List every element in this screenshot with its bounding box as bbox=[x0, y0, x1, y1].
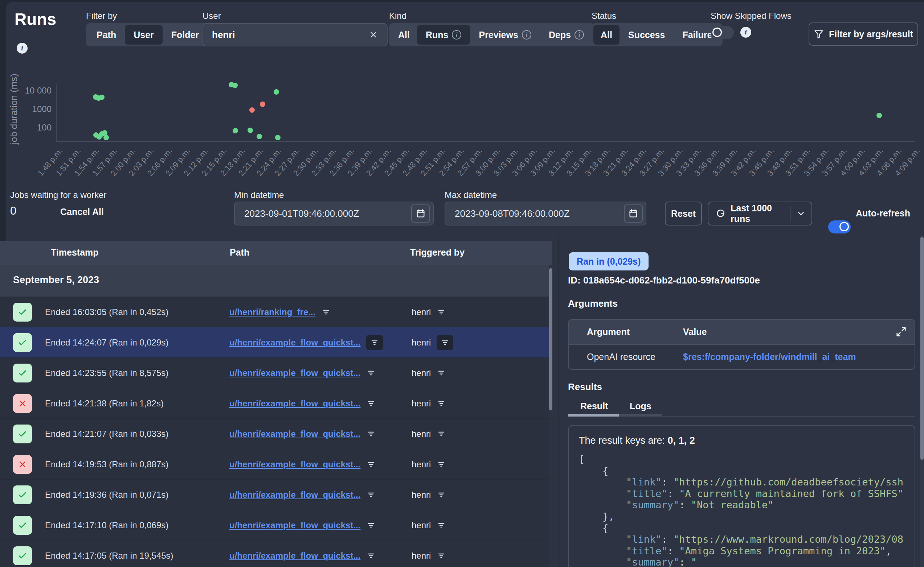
run-timestamp: Ended 14:21:07 (Ran in 0,033s) bbox=[45, 419, 169, 449]
last-runs-chevron-part[interactable] bbox=[790, 209, 811, 218]
result-json-line: { bbox=[579, 522, 915, 534]
status-success-icon bbox=[13, 424, 32, 443]
table-row[interactable]: Ended 14:19:36 (Ran in 0,071s)u/henri/ex… bbox=[0, 480, 549, 510]
tabbar-rule bbox=[662, 416, 915, 417]
run-timestamp: Ended 16:03:05 (Ran in 0,452s) bbox=[45, 297, 169, 327]
result-viewer: The result keys are: 0, 1, 2 [ { "link":… bbox=[568, 425, 915, 567]
run-triggered-cell: henri bbox=[412, 449, 446, 480]
filter-by-user-icon[interactable] bbox=[436, 460, 446, 469]
table-row[interactable]: Ended 14:19:53 (Ran in 0,887s)u/henri/ex… bbox=[0, 449, 549, 480]
table-row[interactable]: Ended 14:17:10 (Ran in 0,069s)u/henri/ex… bbox=[0, 510, 549, 540]
min-datetime-input[interactable]: 2023-09-01T09:46:00.000Z bbox=[234, 202, 434, 225]
filter-by-user-icon[interactable] bbox=[436, 551, 446, 561]
chevron-down-icon bbox=[796, 209, 806, 218]
page-scrollbar[interactable] bbox=[920, 237, 924, 460]
chart-y-tick: 100 bbox=[15, 123, 51, 133]
run-triggered-cell: henri bbox=[412, 480, 446, 510]
run-path-link[interactable]: u/henri/example_flow_quickst... bbox=[229, 368, 360, 378]
filter-by-user-icon[interactable] bbox=[436, 399, 446, 408]
filter-by-path-icon[interactable] bbox=[366, 399, 376, 408]
filter-by-user-icon[interactable] bbox=[436, 490, 446, 500]
jobs-waiting-label: Jobs waiting for a worker bbox=[10, 190, 106, 200]
filter-by-user-icon[interactable] bbox=[436, 429, 446, 439]
arguments-title: Arguments bbox=[568, 298, 618, 309]
run-path-cell: u/henri/example_flow_quickst... bbox=[229, 327, 383, 358]
run-timestamp: Ended 14:19:36 (Ran in 0,071s) bbox=[45, 480, 169, 510]
results-title: Results bbox=[568, 381, 602, 393]
table-scrollbar[interactable] bbox=[549, 268, 552, 410]
data-point-success[interactable] bbox=[233, 128, 238, 134]
ran-in-badge: Ran in (0,029s) bbox=[569, 252, 649, 270]
table-row[interactable]: Ended 14:17:05 (Ran in 19,545s)u/henri/e… bbox=[0, 540, 549, 567]
result-json-line: { bbox=[579, 465, 915, 477]
run-path-link[interactable]: u/henri/example_flow_quickst... bbox=[229, 338, 360, 348]
max-datetime-label: Max datetime bbox=[445, 190, 497, 200]
cancel-all-button[interactable]: Cancel All bbox=[60, 207, 104, 217]
status-failure-icon bbox=[13, 394, 32, 413]
jobs-waiting-count: 0 bbox=[10, 204, 17, 218]
tab-logs[interactable]: Logs bbox=[630, 401, 652, 411]
tab-result[interactable]: Result bbox=[580, 401, 608, 411]
data-point-success[interactable] bbox=[257, 134, 262, 139]
run-path-link[interactable]: u/henri/example_flow_quickst... bbox=[229, 550, 360, 561]
result-json-line: "link": "https://www.markround.com/blog/… bbox=[579, 534, 915, 545]
data-point-success[interactable] bbox=[104, 135, 109, 140]
run-path-link[interactable]: u/henri/example_flow_quickst... bbox=[229, 490, 360, 500]
filter-by-path-icon[interactable] bbox=[366, 335, 383, 350]
min-datetime-calendar-icon[interactable] bbox=[411, 204, 430, 223]
data-point-success[interactable] bbox=[247, 128, 253, 133]
run-path-link[interactable]: u/henri/example_flow_quickst... bbox=[229, 398, 360, 409]
arg-col-argument: Argument bbox=[587, 327, 630, 337]
reset-button[interactable]: Reset bbox=[665, 202, 702, 225]
data-point-failure[interactable] bbox=[249, 107, 255, 113]
last-runs-refresh-part[interactable]: Last 1000 runs bbox=[709, 203, 790, 224]
run-path-link[interactable]: u/henri/example_flow_quickst... bbox=[229, 520, 360, 530]
filter-by-user-icon[interactable] bbox=[436, 308, 446, 317]
filter-by-user-icon[interactable] bbox=[436, 368, 446, 378]
chart-x-axis-line bbox=[56, 141, 915, 142]
filter-by-path-icon[interactable] bbox=[366, 520, 376, 530]
filter-by-path-icon[interactable] bbox=[366, 460, 376, 469]
data-point-success[interactable] bbox=[275, 135, 280, 140]
auto-refresh-toggle[interactable] bbox=[828, 220, 851, 234]
col-triggered-by: Triggered by bbox=[410, 247, 465, 258]
data-point-success[interactable] bbox=[876, 113, 882, 118]
table-row[interactable]: Ended 14:21:38 (Ran in 1,82s)u/henri/exa… bbox=[0, 388, 549, 419]
filter-by-path-icon[interactable] bbox=[366, 490, 376, 500]
table-row[interactable]: Ended 14:21:07 (Ran in 0,033s)u/henri/ex… bbox=[0, 419, 549, 449]
data-point-failure[interactable] bbox=[260, 102, 265, 107]
run-triggered-cell: henri bbox=[412, 540, 446, 567]
last-runs-label: Last 1000 runs bbox=[731, 203, 783, 224]
run-path-cell: u/henri/ranking_fre... bbox=[229, 297, 331, 327]
table-row[interactable]: Ended 14:24:07 (Ran in 0,029s)u/henri/ex… bbox=[0, 327, 549, 358]
argument-value-link[interactable]: $res:f/company-folder/windmill_ai_team bbox=[683, 352, 856, 362]
status-success-icon bbox=[13, 364, 32, 382]
filter-by-path-icon[interactable] bbox=[366, 551, 376, 561]
filter-by-user-icon[interactable] bbox=[436, 335, 453, 350]
filter-by-path-icon[interactable] bbox=[321, 308, 331, 317]
table-row[interactable]: Ended 14:23:55 (Ran in 8,575s)u/henri/ex… bbox=[0, 358, 549, 388]
last-runs-split-button[interactable]: Last 1000 runs bbox=[708, 202, 812, 225]
triggered-by-user: henri bbox=[412, 307, 431, 317]
data-point-success[interactable] bbox=[232, 82, 238, 88]
triggered-by-user: henri bbox=[412, 550, 431, 561]
run-path-link[interactable]: u/henri/ranking_fre... bbox=[229, 307, 315, 317]
filter-by-user-icon[interactable] bbox=[436, 520, 446, 530]
runs-table-body: Ended 16:03:05 (Ran in 0,452s)u/henri/ra… bbox=[0, 297, 549, 567]
run-path-link[interactable]: u/henri/example_flow_quickst... bbox=[229, 429, 360, 439]
max-datetime-input[interactable]: 2023-09-08T09:46:00.000Z bbox=[445, 202, 646, 225]
arguments-table: Argument Value OpenAI resource $res:f/co… bbox=[568, 319, 915, 370]
filter-by-path-icon[interactable] bbox=[366, 429, 376, 439]
chart-y-axis-line bbox=[56, 84, 57, 142]
max-datetime-calendar-icon[interactable] bbox=[624, 204, 643, 223]
arguments-table-header: Argument Value bbox=[569, 320, 915, 345]
data-point-success[interactable] bbox=[274, 89, 279, 94]
data-point-success[interactable] bbox=[99, 94, 104, 100]
auto-refresh-label: Auto-refresh bbox=[856, 208, 910, 219]
filter-by-path-icon[interactable] bbox=[366, 368, 376, 378]
run-timestamp: Ended 14:19:53 (Ran in 0,887s) bbox=[45, 449, 169, 480]
run-path-link[interactable]: u/henri/example_flow_quickst... bbox=[229, 459, 360, 470]
expand-icon[interactable] bbox=[896, 326, 907, 337]
table-row[interactable]: Ended 16:03:05 (Ran in 0,452s)u/henri/ra… bbox=[0, 297, 549, 327]
triggered-by-user: henri bbox=[412, 338, 431, 348]
